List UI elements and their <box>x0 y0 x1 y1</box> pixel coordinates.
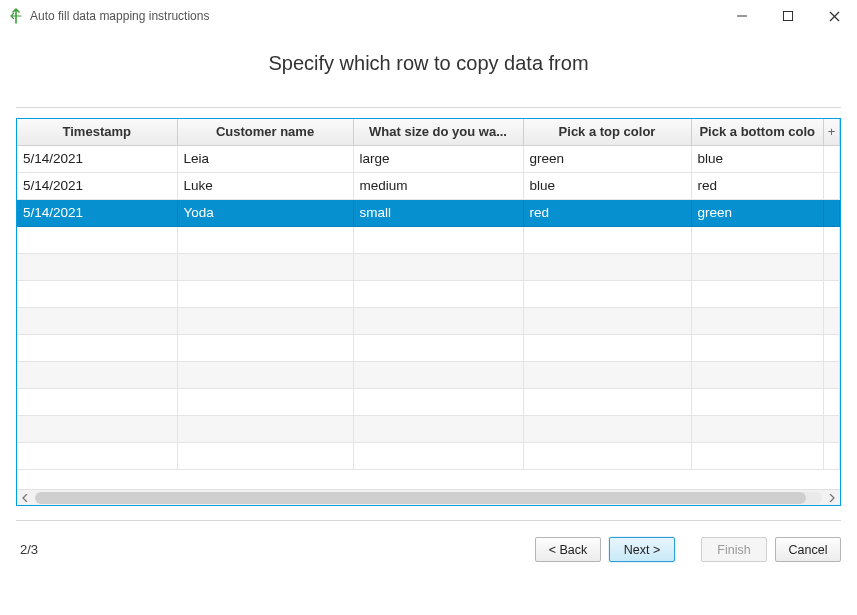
table-cell: medium <box>353 172 523 199</box>
table-row[interactable]: 5/14/2021Yodasmallredgreen <box>17 199 840 226</box>
scroll-left-arrow[interactable] <box>17 490 33 506</box>
table-cell-empty <box>824 442 840 469</box>
window-controls <box>719 0 857 32</box>
table-cell-empty <box>177 307 353 334</box>
table-cell-empty <box>353 307 523 334</box>
table-cell-empty <box>691 442 824 469</box>
next-button[interactable]: Next > <box>609 537 675 562</box>
table-cell-empty <box>177 361 353 388</box>
table-row-empty <box>17 226 840 253</box>
table-cell-empty <box>523 442 691 469</box>
cancel-button[interactable]: Cancel <box>775 537 841 562</box>
table-cell-empty <box>353 226 523 253</box>
svg-rect-1 <box>784 12 793 21</box>
table-cell-empty <box>824 388 840 415</box>
table-cell-empty <box>691 388 824 415</box>
table-row[interactable]: 5/14/2021Lukemediumbluered <box>17 172 840 199</box>
table-cell-empty <box>523 361 691 388</box>
col-header-size[interactable]: What size do you wa... <box>353 119 523 145</box>
table-cell-empty <box>691 307 824 334</box>
table-cell: green <box>691 199 824 226</box>
table-cell-empty <box>17 442 177 469</box>
table-cell-empty <box>177 442 353 469</box>
heading-divider <box>16 107 841 108</box>
table-cell: large <box>353 145 523 172</box>
table-cell-empty <box>353 442 523 469</box>
finish-button[interactable]: Finish <box>701 537 767 562</box>
table-cell-empty <box>824 226 840 253</box>
table-cell-empty <box>17 361 177 388</box>
minimize-button[interactable] <box>719 0 765 32</box>
table-cell-empty <box>353 280 523 307</box>
table-cell-empty <box>17 415 177 442</box>
table-row-empty <box>17 280 840 307</box>
table-cell-empty <box>17 226 177 253</box>
col-header-bottom-color[interactable]: Pick a bottom colo <box>691 119 824 145</box>
table-cell: 5/14/2021 <box>17 172 177 199</box>
col-header-top-color[interactable]: Pick a top color <box>523 119 691 145</box>
table-cell-empty <box>353 388 523 415</box>
table-cell-empty <box>691 253 824 280</box>
table-cell-empty <box>691 280 824 307</box>
table-cell-empty <box>824 253 840 280</box>
table-body: 5/14/2021Leialargegreenblue5/14/2021Luke… <box>17 145 840 469</box>
page-indicator: 2/3 <box>20 542 527 557</box>
table-cell-empty <box>353 253 523 280</box>
table-row[interactable]: 5/14/2021Leialargegreenblue <box>17 145 840 172</box>
table-cell-empty <box>523 388 691 415</box>
window-title: Auto fill data mapping instructions <box>30 9 719 23</box>
table-cell-extra <box>824 199 840 226</box>
col-header-add[interactable]: + <box>824 119 840 145</box>
data-grid[interactable]: Timestamp Customer name What size do you… <box>17 119 840 489</box>
table-row-empty <box>17 307 840 334</box>
table-cell: 5/14/2021 <box>17 145 177 172</box>
table-cell-extra <box>824 172 840 199</box>
table-cell-empty <box>824 361 840 388</box>
table-cell-empty <box>523 334 691 361</box>
table-cell: small <box>353 199 523 226</box>
horizontal-scrollbar[interactable] <box>17 489 840 505</box>
table-cell-empty <box>691 415 824 442</box>
page-heading: Specify which row to copy data from <box>0 52 857 75</box>
close-button[interactable] <box>811 0 857 32</box>
table-row-empty <box>17 334 840 361</box>
back-button[interactable]: < Back <box>535 537 601 562</box>
table-cell: blue <box>523 172 691 199</box>
table-cell: Yoda <box>177 199 353 226</box>
table-row-empty <box>17 253 840 280</box>
scroll-track[interactable] <box>35 492 822 504</box>
table-cell-empty <box>177 253 353 280</box>
table-cell-empty <box>523 307 691 334</box>
table-cell: 5/14/2021 <box>17 199 177 226</box>
footer: 2/3 < Back Next > Finish Cancel <box>0 521 857 562</box>
table-header-row: Timestamp Customer name What size do you… <box>17 119 840 145</box>
table-cell-extra <box>824 145 840 172</box>
table-cell: Leia <box>177 145 353 172</box>
app-icon <box>8 8 24 24</box>
table-cell-empty <box>17 388 177 415</box>
table-cell-empty <box>17 280 177 307</box>
table-cell-empty <box>177 334 353 361</box>
table-cell-empty <box>177 226 353 253</box>
table-cell-empty <box>353 334 523 361</box>
table-cell: blue <box>691 145 824 172</box>
col-header-timestamp[interactable]: Timestamp <box>17 119 177 145</box>
table-cell-empty <box>824 334 840 361</box>
table-cell-empty <box>691 226 824 253</box>
table-cell-empty <box>824 307 840 334</box>
table-cell-empty <box>523 415 691 442</box>
scroll-right-arrow[interactable] <box>824 490 840 506</box>
table-cell-empty <box>353 361 523 388</box>
table-cell: red <box>691 172 824 199</box>
table-cell-empty <box>177 415 353 442</box>
table-cell: Luke <box>177 172 353 199</box>
table-cell-empty <box>17 307 177 334</box>
data-table: Timestamp Customer name What size do you… <box>17 119 840 470</box>
scroll-thumb[interactable] <box>35 492 806 504</box>
table-cell-empty <box>177 388 353 415</box>
col-header-customer-name[interactable]: Customer name <box>177 119 353 145</box>
table-cell: red <box>523 199 691 226</box>
titlebar: Auto fill data mapping instructions <box>0 0 857 32</box>
table-cell-empty <box>523 280 691 307</box>
maximize-button[interactable] <box>765 0 811 32</box>
